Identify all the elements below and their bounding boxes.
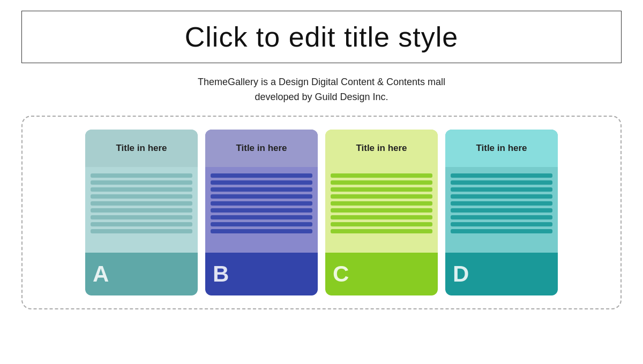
- card-d-header: Title in here: [445, 130, 558, 167]
- card-b-label: B: [205, 253, 318, 295]
- main-title: Click to edit title style: [33, 21, 610, 53]
- line: [451, 229, 552, 233]
- main-title-box[interactable]: Click to edit title style: [21, 11, 622, 63]
- line: [211, 222, 312, 226]
- card-c-title: Title in here: [356, 143, 407, 154]
- line: [91, 187, 192, 192]
- subtitle: ThemeGallery is a Design Digital Content…: [198, 75, 445, 105]
- line: [451, 208, 552, 213]
- line: [451, 173, 552, 178]
- line: [91, 215, 192, 219]
- line: [331, 215, 432, 219]
- line: [211, 208, 312, 213]
- line: [211, 187, 312, 192]
- line: [451, 194, 552, 199]
- line: [451, 201, 552, 206]
- line: [211, 180, 312, 185]
- line: [331, 222, 432, 226]
- card-a: Title in here A: [85, 130, 198, 295]
- card-b: Title in here B: [205, 130, 318, 295]
- card-c-label: C: [325, 253, 438, 295]
- card-d-title: Title in here: [476, 143, 527, 154]
- subtitle-line1: ThemeGallery is a Design Digital Content…: [198, 75, 445, 90]
- line: [211, 173, 312, 178]
- card-a-label: A: [85, 253, 198, 295]
- line: [451, 215, 552, 219]
- line: [451, 180, 552, 185]
- line: [91, 180, 192, 185]
- line: [331, 201, 432, 206]
- card-c: Title in here C: [325, 130, 438, 295]
- cards-container: Title in here A Title in here: [21, 116, 622, 309]
- line: [91, 222, 192, 226]
- line: [331, 180, 432, 185]
- line: [211, 201, 312, 206]
- line: [451, 187, 552, 192]
- line: [211, 194, 312, 199]
- line: [331, 173, 432, 178]
- line: [91, 194, 192, 199]
- line: [211, 215, 312, 219]
- card-c-lines: [325, 167, 438, 253]
- card-b-header: Title in here: [205, 130, 318, 167]
- card-c-header: Title in here: [325, 130, 438, 167]
- card-b-title: Title in here: [236, 143, 287, 154]
- card-a-title: Title in here: [116, 143, 167, 154]
- card-b-lines: [205, 167, 318, 253]
- line: [331, 194, 432, 199]
- card-d: Title in here D: [445, 130, 558, 295]
- card-a-lines: [85, 167, 198, 253]
- line: [91, 173, 192, 178]
- line: [91, 208, 192, 213]
- line: [451, 222, 552, 226]
- card-d-label: D: [445, 253, 558, 295]
- subtitle-line2: developed by Guild Design Inc.: [198, 90, 445, 105]
- line: [331, 187, 432, 192]
- line: [331, 229, 432, 233]
- card-a-header: Title in here: [85, 130, 198, 167]
- line: [91, 201, 192, 206]
- line: [211, 229, 312, 233]
- line: [91, 229, 192, 233]
- card-d-lines: [445, 167, 558, 253]
- line: [331, 208, 432, 213]
